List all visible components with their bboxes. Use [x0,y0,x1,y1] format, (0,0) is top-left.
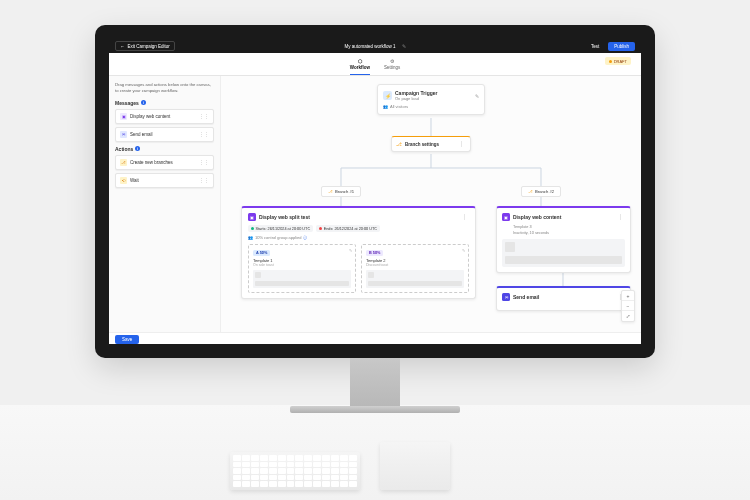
timing-label: Inactivity, 10 seconds [513,231,625,235]
layout-icon: ▣ [248,213,256,221]
pencil-icon[interactable]: ✎ [349,248,352,253]
pencil-icon[interactable]: ✎ [462,248,465,253]
branch-icon: ⎇ [396,141,402,147]
actions-section-label: Actions i [115,146,214,152]
start-date-pill: Starts: 26/11/2024 at 20:00 UTC [248,225,313,232]
test-button[interactable]: Test [586,42,604,50]
variant-sub: On sale toast [253,263,351,267]
node-title: Send email [513,294,539,300]
drag-handle-icon[interactable]: ⋮⋮ [199,113,209,119]
branch-icon: ⎇ [328,189,333,194]
drag-handle-icon[interactable]: ⋮⋮ [199,177,209,183]
workflow-icon: ⬡ [357,58,363,64]
template-thumbnail [253,270,351,288]
exit-editor-button[interactable]: ← Exit Campaign Editor [115,41,175,51]
more-icon[interactable]: ⋯ [459,141,466,147]
info-icon[interactable]: i [135,146,140,151]
branch-icon: ⎇ [120,159,127,166]
branch-label-b[interactable]: ⎇ Branch #2 [521,186,561,197]
layout-icon: ▣ [502,213,510,221]
palette-create-branches[interactable]: ⎇ Create new branches ⋮⋮ [115,155,214,170]
node-subtitle: On page load [395,96,438,101]
palette-item-label: Display web content [130,114,170,119]
lightning-icon: ⚡ [383,91,392,100]
exit-label: Exit Campaign Editor [128,44,170,49]
send-email-node[interactable]: ✉ Send email ⋯ [496,286,631,311]
template-thumbnail [366,270,464,288]
drag-handle-icon[interactable]: ⋮⋮ [199,159,209,165]
tab-workflow-label: Workflow [350,65,370,70]
app-topbar: ← Exit Campaign Editor My automated work… [109,39,641,53]
more-icon[interactable]: ⋯ [618,214,625,220]
pencil-icon[interactable]: ✎ [475,93,479,99]
variant-sub: Discount toast [366,263,464,267]
envelope-icon: ✉ [502,293,510,301]
palette-web-content[interactable]: ▣ Display web content ⋮⋮ [115,109,214,124]
palette-item-label: Send email [130,132,153,137]
users-icon: 👥 [383,104,388,109]
messages-section-label: Messages i [115,100,214,106]
zoom-out-button[interactable]: − [622,301,634,311]
publish-button[interactable]: Publish [608,42,635,51]
tab-settings-label: Settings [384,65,400,70]
tab-workflow[interactable]: ⬡ Workflow [350,58,370,75]
variant-badge: B 50% [366,250,383,256]
zoom-fit-button[interactable]: ⤢ [622,311,634,321]
palette-item-label: Create new branches [130,160,173,165]
end-date-pill: Ends: 26/12/2024 at 20:00 UTC [316,225,380,232]
branch-label-a[interactable]: ⎇ Branch #1 [321,186,361,197]
workflow-title: My automated workflow 1 [344,44,395,49]
tab-settings[interactable]: ⚙ Settings [384,58,400,75]
status-badge: DRAFT [605,57,631,65]
split-test-node[interactable]: ▣ Display web split test ⋯ Starts: 26/11… [241,206,476,299]
node-title: Display web content [513,214,561,220]
branch-settings-node[interactable]: ⎇ Branch settings ⋯ [391,136,471,152]
node-title: Display web split test [259,214,310,220]
more-icon[interactable]: ⋯ [462,214,469,220]
envelope-icon: ✉ [120,131,127,138]
gear-icon: ⚙ [389,58,395,64]
palette-wait[interactable]: ⏲ Wait ⋮⋮ [115,173,214,188]
palette-item-label: Wait [130,178,139,183]
template-thumbnail [502,239,625,267]
zoom-in-button[interactable]: + [622,291,634,301]
variant-b[interactable]: B 50% ✎ Template 2 Discount toast [361,244,469,293]
info-icon[interactable]: ⓘ [303,235,307,240]
branch-icon: ⎇ [528,189,533,194]
palette-instructions: Drag messages and actions below onto the… [115,82,214,94]
web-content-node[interactable]: ▣ Display web content ⋯ Template 3 Inact… [496,206,631,273]
template-name: Template 3 [513,225,625,229]
campaign-trigger-node[interactable]: ⚡ Campaign Trigger On page load ✎ 👥 All … [377,84,485,115]
arrow-left-icon: ← [120,44,125,49]
drag-handle-icon[interactable]: ⋮⋮ [199,131,209,137]
editor-footer: Save [109,332,641,344]
palette-send-email[interactable]: ✉ Send email ⋮⋮ [115,127,214,142]
save-button[interactable]: Save [115,335,139,344]
variant-a[interactable]: A 50% ✎ Template 1 On sale toast [248,244,356,293]
info-icon[interactable]: i [141,100,146,105]
keyboard-prop [230,452,360,490]
audience-label: All visitors [390,104,408,109]
node-title: Branch settings [405,142,439,147]
control-group-label: 👥 10% control group applied ⓘ [248,235,469,240]
trackpad-prop [380,442,450,490]
variant-badge: A 50% [253,250,270,256]
zoom-controls: + − ⤢ [621,290,635,322]
palette-sidebar: Drag messages and actions below onto the… [109,76,221,332]
editor-tabs: ⬡ Workflow ⚙ Settings DRAFT [109,53,641,76]
pencil-icon[interactable]: ✎ [402,44,406,49]
layout-icon: ▣ [120,113,127,120]
clock-icon: ⏲ [120,177,127,184]
users-icon: 👥 [248,235,253,240]
workflow-canvas[interactable]: ⚡ Campaign Trigger On page load ✎ 👥 All … [221,76,641,332]
